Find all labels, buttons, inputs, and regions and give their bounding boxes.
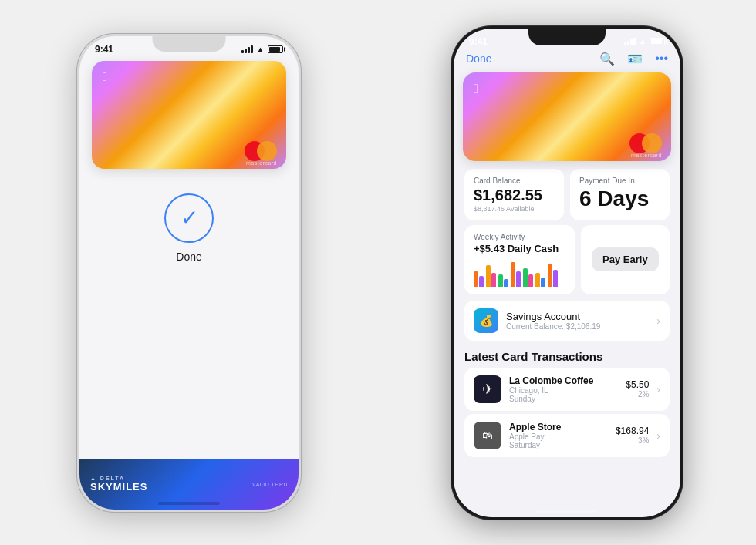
right-phone: 9:41 ▲: [451, 26, 683, 520]
txn-amount-1: $5.50: [626, 379, 649, 390]
savings-title: Savings Account: [506, 311, 649, 322]
right-status-time: 9:41: [469, 36, 488, 47]
txn-cashback-2: 3%: [616, 436, 649, 445]
right-apple-card[interactable]:  mastercard: [463, 72, 671, 161]
chart-bar: [523, 268, 528, 287]
right-home-indicator: [536, 510, 598, 513]
left-half: 9:41 ▲: [0, 0, 378, 545]
search-icon[interactable]: 🔍: [599, 52, 615, 66]
bar-group: [523, 268, 533, 287]
applestore-icon: 🛍: [474, 422, 501, 449]
right-header: Done 🔍 🪪 •••: [454, 50, 680, 72]
txn-sub2-2: Saturday: [509, 441, 608, 449]
right-mastercard-logo-icon: [629, 133, 662, 153]
bar-group: [498, 274, 508, 287]
header-icon-group: 🔍 🪪 •••: [599, 52, 668, 66]
left-status-icons: ▲: [241, 45, 283, 54]
bar-group: [486, 265, 496, 287]
delta-logo: ▲ DELTA SKYMILES: [90, 476, 147, 493]
txn-name-1: La Colombe Coffee: [509, 375, 618, 386]
right-wifi-icon: ▲: [639, 37, 646, 45]
txn2-chevron-icon: ›: [656, 429, 660, 442]
balance-label: Card Balance: [474, 177, 555, 185]
skymiles-label: SKYMILES: [90, 481, 147, 493]
signal-bar-1: [241, 50, 244, 53]
right-mastercard-text: mastercard: [631, 153, 662, 158]
mc-orange-circle: [257, 141, 277, 161]
txn-amount-2: $168.94: [616, 426, 649, 436]
wifi-icon: ▲: [256, 45, 265, 54]
chart-bar: [553, 270, 558, 287]
signal-icon: [241, 45, 253, 53]
done-check-icon: ✓: [164, 193, 214, 243]
balance-payment-row: Card Balance $1,682.55 $8,317.45 Availab…: [464, 169, 670, 220]
activity-card: Weekly Activity +$5.43 Daily Cash: [464, 225, 575, 294]
chart-bar: [516, 271, 521, 287]
txn-right-2: $168.94 3%: [616, 426, 649, 445]
payment-card: Payment Due In 6 Days: [570, 169, 670, 220]
main-container: 9:41 ▲: [0, 0, 756, 545]
left-status-time: 9:41: [95, 44, 113, 55]
savings-text: Savings Account Current Balance: $2,106.…: [506, 311, 649, 331]
done-section: ✓ Done: [79, 178, 299, 272]
mastercard-logo-icon: [245, 141, 277, 161]
savings-balance: Current Balance: $2,106.19: [506, 322, 649, 331]
right-status-icons: ▲: [624, 37, 665, 45]
left-notch: [153, 36, 226, 52]
bar-group: [548, 264, 558, 287]
chart-bar: [474, 271, 478, 287]
balance-card: Card Balance $1,682.55 $8,317.45 Availab…: [464, 169, 564, 220]
bar-group: [511, 262, 521, 287]
right-battery-icon: [650, 38, 665, 45]
txn-sub2-1: Sunday: [509, 395, 618, 403]
right-card-apple-logo-icon: : [474, 82, 478, 96]
txn-sub1-1: Chicago, IL: [509, 386, 618, 395]
chart-bar: [535, 273, 540, 287]
bar-group: [535, 273, 545, 287]
savings-icon: 💰: [474, 308, 498, 333]
chart-bar: [498, 274, 503, 287]
lacolombie-icon: ✈: [474, 375, 501, 403]
signal-bar-3: [248, 47, 250, 53]
txn-cashback-1: 2%: [626, 390, 649, 399]
savings-account-row[interactable]: 💰 Savings Account Current Balance: $2,10…: [464, 301, 670, 341]
activity-amount: +$5.43 Daily Cash: [474, 243, 565, 254]
transaction-row-2[interactable]: 🛍 Apple Store Apple Pay Saturday $168.94…: [464, 414, 670, 457]
right-half: 9:41 ▲: [378, 0, 756, 545]
chart-bar: [479, 276, 484, 287]
right-mc-orange-circle: [642, 133, 662, 153]
header-done-button[interactable]: Done: [466, 52, 491, 65]
right-signal-icon: [624, 38, 636, 45]
bar-group: [474, 271, 484, 287]
right-phone-screen: 9:41 ▲: [454, 29, 680, 517]
weekly-bar-chart: [474, 259, 565, 287]
activity-row: Weekly Activity +$5.43 Daily Cash Pay Ea…: [464, 225, 670, 294]
chart-bar: [548, 264, 552, 287]
chart-bar: [541, 278, 545, 287]
transactions-title: Latest Card Transactions: [454, 347, 680, 368]
valid-thru-label: VALID THRU: [252, 482, 288, 487]
left-home-indicator: [158, 502, 220, 505]
battery-fill: [269, 47, 280, 52]
activity-label: Weekly Activity: [474, 233, 565, 241]
card-apple-logo-icon: : [103, 70, 107, 84]
left-apple-card[interactable]:  mastercard: [92, 61, 286, 169]
txn1-chevron-icon: ›: [656, 383, 660, 395]
left-phone: 9:41 ▲: [77, 34, 301, 512]
left-phone-screen: 9:41 ▲: [79, 36, 299, 510]
card-icon[interactable]: 🪪: [627, 52, 643, 66]
signal-bar-2: [245, 49, 247, 53]
payment-label: Payment Due In: [579, 177, 660, 185]
txn-name-2: Apple Store: [509, 422, 608, 432]
chart-bar: [504, 279, 508, 287]
balance-available: $8,317.45 Available: [474, 205, 555, 213]
delta-label: ▲ DELTA: [90, 476, 147, 481]
more-icon[interactable]: •••: [655, 52, 668, 66]
chart-bar: [511, 262, 515, 287]
txn-sub1-2: Apple Pay: [509, 432, 608, 441]
chart-bar: [486, 265, 491, 287]
pay-early-button[interactable]: Pay Early: [592, 247, 659, 271]
transaction-text-2: Apple Store Apple Pay Saturday: [509, 422, 608, 449]
battery-icon: [268, 45, 283, 53]
transaction-row-1[interactable]: ✈ La Colombe Coffee Chicago, IL Sunday $…: [464, 368, 670, 411]
